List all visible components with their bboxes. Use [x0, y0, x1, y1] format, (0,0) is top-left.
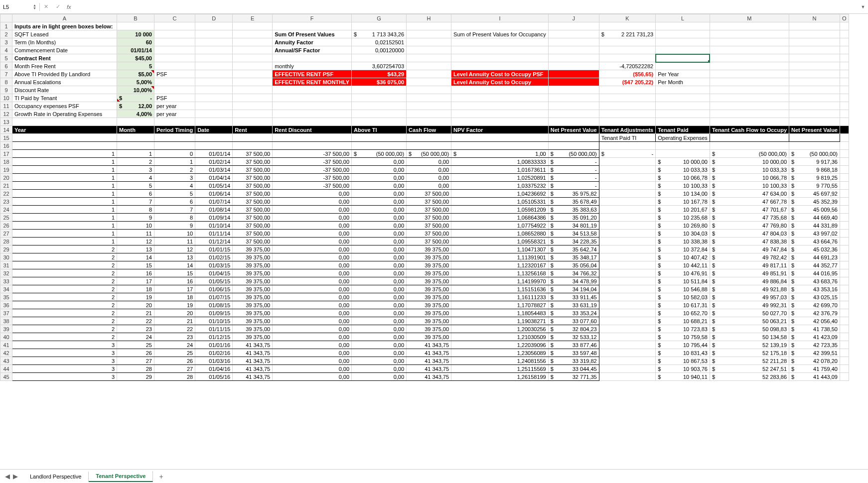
cell[interactable]: 01/11/14 [195, 230, 233, 238]
cell[interactable]: 2 [154, 166, 195, 174]
name-box[interactable]: L5 ▲▼ [0, 3, 40, 11]
cell[interactable]: $43 353,16 [789, 285, 840, 293]
cell[interactable] [599, 214, 656, 222]
cell[interactable] [599, 158, 656, 166]
cell[interactable] [599, 110, 656, 118]
cell[interactable]: 27 [154, 365, 195, 373]
cell[interactable]: $- [548, 166, 599, 174]
cell[interactable] [352, 94, 407, 102]
cell[interactable]: Tenant Adjustments [599, 126, 656, 134]
cell[interactable]: 39 375,00 [233, 285, 273, 293]
cell[interactable] [154, 22, 195, 30]
cell[interactable]: 01/04/14 [195, 174, 233, 182]
cell[interactable] [599, 142, 656, 150]
cell[interactable]: $33 044,45 [548, 365, 599, 373]
row-header[interactable]: 4 [0, 46, 12, 54]
cell[interactable]: 01/08/14 [195, 206, 233, 214]
cell[interactable] [195, 118, 233, 126]
cell[interactable] [710, 102, 789, 110]
row-header[interactable]: 1 [0, 22, 12, 30]
cell[interactable] [710, 22, 789, 30]
cell[interactable]: 24 [117, 333, 154, 341]
cell[interactable]: 3 [12, 373, 117, 381]
cell[interactable]: $32 533,12 [548, 333, 599, 341]
cell[interactable]: 0,00 [273, 365, 352, 373]
cell[interactable] [599, 261, 656, 269]
cell[interactable]: 37 500,00 [233, 238, 273, 245]
cell[interactable] [195, 78, 233, 86]
cell[interactable]: Discount Rate [12, 86, 117, 94]
cell[interactable]: $41 443,09 [789, 373, 840, 381]
cell[interactable]: 01/08/15 [195, 301, 233, 309]
cell[interactable] [273, 134, 352, 142]
cell[interactable]: 1 [12, 238, 117, 245]
cell[interactable]: 0,00 [273, 309, 352, 317]
cell[interactable]: 37 500,00 [233, 222, 273, 230]
cell[interactable]: Above TI [352, 126, 407, 134]
cell[interactable] [656, 22, 710, 30]
cell[interactable]: $1 713 343,26 [352, 30, 407, 38]
cell[interactable] [233, 78, 273, 86]
cell[interactable] [599, 301, 656, 309]
cell[interactable]: 0,00 [352, 341, 407, 349]
cell[interactable] [195, 22, 233, 30]
cell[interactable] [840, 301, 849, 309]
cell[interactable]: 1 [12, 190, 117, 198]
row-header[interactable]: 33 [0, 277, 12, 285]
cell[interactable]: $10 100,33 [710, 182, 789, 190]
cell[interactable]: 39 375,00 [233, 309, 273, 317]
cell[interactable] [548, 102, 599, 110]
cell[interactable]: $49 886,84 [710, 277, 789, 285]
cell[interactable]: $33 911,45 [548, 293, 599, 301]
cell[interactable]: 1,11391901 [451, 253, 549, 261]
cell[interactable] [195, 62, 233, 70]
cell[interactable]: 3 [12, 365, 117, 373]
cell[interactable]: $- [117, 94, 154, 102]
cell[interactable]: 0,00 [273, 214, 352, 222]
cell[interactable] [840, 86, 849, 94]
cell[interactable] [352, 110, 407, 118]
row-header[interactable]: 38 [0, 317, 12, 325]
col-header[interactable]: D [195, 14, 233, 22]
cell[interactable]: 19 [154, 301, 195, 309]
cell[interactable] [656, 102, 710, 110]
cell[interactable]: Net Present Value [789, 126, 840, 134]
cell[interactable]: 13 [154, 253, 195, 261]
cell[interactable] [599, 166, 656, 174]
cell[interactable]: 60 [117, 38, 154, 46]
cell[interactable]: -37 500,00 [273, 158, 352, 166]
cell[interactable]: 1,26158199 [451, 373, 549, 381]
cell[interactable] [273, 22, 352, 30]
cell[interactable] [840, 102, 849, 110]
cell[interactable] [407, 30, 451, 38]
cell[interactable] [789, 78, 840, 86]
cell[interactable]: 2 [12, 293, 117, 301]
col-header[interactable]: K [599, 14, 656, 22]
cell[interactable]: $10 338,38 [656, 238, 710, 245]
cell[interactable]: 1 [12, 182, 117, 190]
cell[interactable]: 1,19038271 [451, 317, 549, 325]
cell[interactable] [840, 277, 849, 285]
cell[interactable]: 5 [117, 62, 154, 70]
cell[interactable]: 39 375,00 [233, 325, 273, 333]
cell[interactable]: 6 [117, 190, 154, 198]
cell[interactable] [195, 142, 233, 150]
cell[interactable]: 0,00 [352, 349, 407, 357]
cell[interactable]: $44 331,89 [789, 222, 840, 230]
row-header[interactable]: 5 [0, 54, 12, 62]
cell[interactable] [599, 190, 656, 198]
cell[interactable]: 41 343,75 [233, 373, 273, 381]
cell[interactable]: 0,00 [273, 261, 352, 269]
cell[interactable] [233, 38, 273, 46]
cell[interactable]: $10 442,11 [656, 261, 710, 269]
cell[interactable]: $33 353,24 [548, 309, 599, 317]
cell[interactable]: Annuity Factor [273, 38, 352, 46]
cell[interactable]: $43,29 [352, 70, 407, 78]
cell[interactable]: -37 500,00 [273, 166, 352, 174]
cell[interactable]: $49 747,84 [710, 245, 789, 253]
cell[interactable]: 0,00 [273, 277, 352, 285]
cell[interactable] [154, 134, 195, 142]
cell[interactable]: $10 688,21 [656, 317, 710, 325]
cell[interactable] [656, 110, 710, 118]
cell[interactable]: $45,00 [117, 54, 154, 62]
